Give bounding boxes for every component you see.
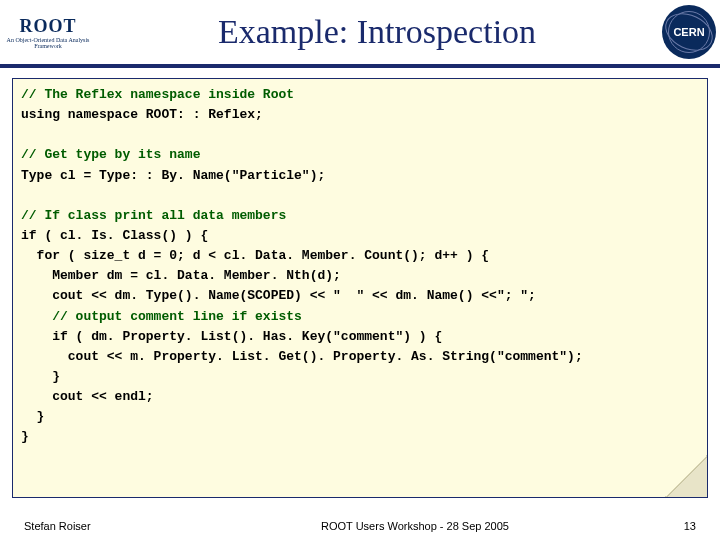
- root-logo-subtitle: An Object-Oriented Data Analysis Framewo…: [4, 37, 92, 49]
- code-line: cout << endl;: [21, 389, 154, 404]
- slide-header: ROOT An Object-Oriented Data Analysis Fr…: [0, 0, 720, 68]
- cern-logo-text: CERN: [673, 26, 704, 38]
- code-block: // The Reflex namespace inside Root usin…: [12, 78, 708, 498]
- code-line: cout << dm. Type(). Name(SCOPED) << " " …: [21, 288, 536, 303]
- slide-footer: Stefan Roiser ROOT Users Workshop - 28 S…: [0, 520, 720, 532]
- code-comment: // If class print all data members: [21, 208, 286, 223]
- code-line: Member dm = cl. Data. Member. Nth(d);: [21, 268, 341, 283]
- cern-logo: CERN: [662, 5, 716, 59]
- code-comment: // output comment line if exists: [21, 309, 302, 324]
- code-line: cout << m. Property. List. Get(). Proper…: [21, 349, 583, 364]
- footer-page-number: 13: [656, 520, 696, 532]
- code-line: if ( cl. Is. Class() ) {: [21, 228, 208, 243]
- code-line: if ( dm. Property. List(). Has. Key("com…: [21, 329, 442, 344]
- code-comment: // Get type by its name: [21, 147, 200, 162]
- root-logo-text: ROOT: [19, 16, 76, 37]
- footer-event: ROOT Users Workshop - 28 Sep 2005: [174, 520, 656, 532]
- code-line: }: [21, 369, 60, 384]
- code-line: }: [21, 429, 29, 444]
- root-logo: ROOT An Object-Oriented Data Analysis Fr…: [4, 2, 92, 62]
- code-line: Type cl = Type: : By. Name("Particle");: [21, 168, 325, 183]
- code-line: using namespace ROOT: : Reflex;: [21, 107, 263, 122]
- page-corner-fold-icon: [665, 455, 707, 497]
- code-line: for ( size_t d = 0; d < cl. Data. Member…: [21, 248, 489, 263]
- footer-author: Stefan Roiser: [24, 520, 174, 532]
- slide-title: Example: Introspection: [98, 13, 656, 51]
- code-line: }: [21, 409, 44, 424]
- code-comment: // The Reflex namespace inside Root: [21, 87, 294, 102]
